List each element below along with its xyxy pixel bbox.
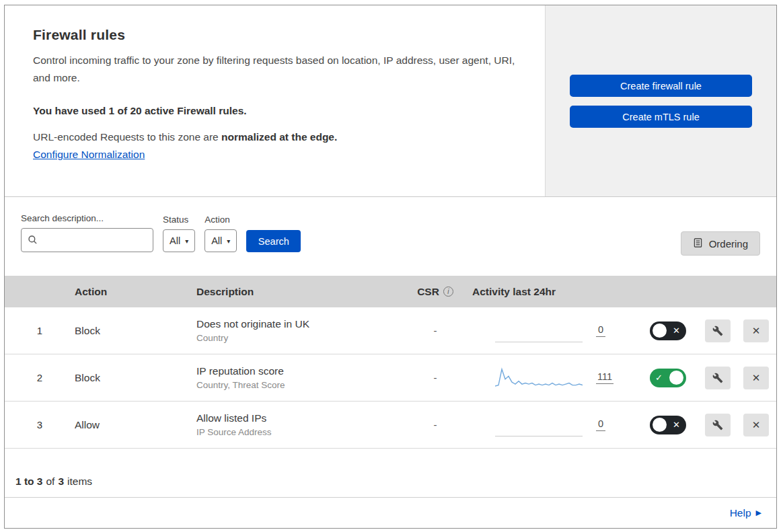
- rule-toggle-cell: ✓: [636, 369, 700, 387]
- column-header-csr: CSRi: [398, 286, 472, 298]
- normalization-text: URL-encoded Requests to this zone are no…: [33, 131, 517, 143]
- firewall-rules-panel: Firewall rules Control incoming traffic …: [4, 5, 777, 529]
- rule-csr-value: -: [398, 372, 472, 383]
- toggle-knob: [653, 324, 667, 338]
- help-bar: Help ▶: [5, 497, 776, 528]
- rule-activity-cell: 0: [472, 319, 636, 342]
- x-icon: ✕: [752, 325, 761, 337]
- toggle-knob: [653, 418, 667, 432]
- column-header-action: Action: [75, 286, 192, 298]
- table-header: Action Description CSRi Activity last 24…: [5, 276, 776, 307]
- x-icon: ✕: [752, 419, 761, 431]
- wrench-icon: [712, 420, 723, 430]
- normalization-prefix: URL-encoded Requests to this zone are: [33, 131, 221, 143]
- wrench-icon: [712, 326, 723, 336]
- rule-toggle-cell: ✕: [636, 321, 700, 340]
- edit-rule-button[interactable]: [705, 319, 731, 342]
- activity-sparkline: [495, 367, 583, 389]
- table-row: 2BlockIP reputation scoreCountry, Threat…: [5, 354, 776, 402]
- rule-action: Block: [75, 325, 192, 337]
- edit-rule-button[interactable]: [705, 414, 731, 436]
- x-icon: ✕: [670, 420, 683, 429]
- rule-priority: 3: [5, 419, 75, 430]
- sparkline-chart: [495, 367, 583, 389]
- search-label: Search description...: [21, 213, 153, 223]
- activity-sparkline: [495, 319, 583, 342]
- normalization-bold: normalized at the edge.: [221, 131, 337, 143]
- delete-rule-button[interactable]: ✕: [743, 414, 769, 436]
- rule-enabled-toggle[interactable]: ✓: [650, 369, 686, 387]
- filter-controls: Search description... Status All ▾ Actio…: [21, 213, 301, 252]
- rule-description: Allow listed IPs: [196, 412, 398, 424]
- page-title: Firewall rules: [33, 27, 517, 43]
- wrench-icon: [712, 373, 723, 383]
- filter-bar: Search description... Status All ▾ Actio…: [5, 197, 776, 276]
- rule-description-cell: Does not originate in UKCountry: [192, 318, 398, 343]
- rule-criteria: IP Source Address: [196, 427, 398, 437]
- delete-rule-button[interactable]: ✕: [743, 319, 769, 342]
- activity-count-link[interactable]: 111: [596, 371, 613, 384]
- rule-description-cell: Allow listed IPsIP Source Address: [192, 412, 398, 437]
- rule-description: IP reputation score: [196, 365, 398, 377]
- rules-table-body: 1BlockDoes not originate in UKCountry-0✕…: [5, 307, 776, 449]
- help-label: Help: [730, 507, 751, 519]
- create-mtls-rule-button[interactable]: Create mTLS rule: [570, 106, 752, 128]
- action-filter-group: Action All ▾: [204, 215, 237, 252]
- rule-edit-cell: [700, 319, 736, 342]
- rule-criteria: Country: [196, 333, 398, 343]
- rule-action: Block: [75, 372, 192, 384]
- pagination-summary: 1 to 3 of 3 items: [5, 449, 776, 497]
- ordering-button[interactable]: Ordering: [681, 231, 760, 256]
- rule-activity-cell: 111: [472, 367, 636, 389]
- column-header-description: Description: [192, 286, 398, 298]
- rule-criteria: Country, Threat Score: [196, 380, 398, 390]
- rule-enabled-toggle[interactable]: ✕: [650, 321, 686, 340]
- action-filter-label: Action: [204, 215, 237, 225]
- activity-sparkline: [495, 414, 583, 436]
- rule-enabled-toggle[interactable]: ✕: [650, 416, 686, 434]
- of-text: of: [46, 476, 54, 488]
- status-filter-dropdown[interactable]: All ▾: [163, 229, 195, 252]
- search-input[interactable]: [21, 228, 153, 252]
- delete-rule-button[interactable]: ✕: [743, 367, 769, 389]
- table-row: 3AllowAllow listed IPsIP Source Address-…: [5, 402, 776, 449]
- status-filter-value: All: [170, 235, 180, 246]
- activity-count-link[interactable]: 0: [596, 418, 605, 431]
- rule-action: Allow: [75, 419, 192, 431]
- status-filter-label: Status: [163, 215, 195, 225]
- activity-count-link[interactable]: 0: [596, 324, 605, 337]
- actions-panel: Create firewall rule Create mTLS rule: [545, 5, 776, 196]
- x-icon: ✕: [670, 326, 683, 335]
- info-icon[interactable]: i: [443, 287, 453, 297]
- rule-priority: 1: [5, 325, 75, 336]
- search-group: Search description...: [21, 213, 153, 252]
- rule-toggle-cell: ✕: [636, 416, 700, 434]
- x-icon: ✕: [752, 372, 761, 384]
- header-text-block: Firewall rules Control incoming traffic …: [5, 5, 545, 196]
- header-section: Firewall rules Control incoming traffic …: [5, 5, 776, 197]
- rule-activity-cell: 0: [472, 414, 636, 436]
- table-row: 1BlockDoes not originate in UKCountry-0✕…: [5, 307, 776, 354]
- total-count: 3: [58, 476, 64, 488]
- help-link[interactable]: Help ▶: [730, 507, 761, 519]
- chevron-down-icon: ▾: [227, 237, 230, 245]
- rule-description-cell: IP reputation scoreCountry, Threat Score: [192, 365, 398, 390]
- status-filter-group: Status All ▾: [163, 215, 195, 252]
- check-icon: ✓: [653, 373, 666, 382]
- chevron-down-icon: ▾: [185, 237, 188, 245]
- ordering-icon: [693, 237, 703, 250]
- configure-normalization-link[interactable]: Configure Normalization: [33, 149, 145, 161]
- rules-table: Action Description CSRi Activity last 24…: [5, 276, 776, 449]
- chevron-right-icon: ▶: [756, 508, 761, 517]
- action-filter-dropdown[interactable]: All ▾: [204, 229, 237, 252]
- rule-edit-cell: [700, 367, 736, 389]
- search-button[interactable]: Search: [246, 230, 301, 252]
- column-header-activity: Activity last 24hr: [472, 286, 636, 298]
- edit-rule-button[interactable]: [705, 367, 731, 389]
- create-firewall-rule-button[interactable]: Create firewall rule: [570, 75, 752, 97]
- toggle-knob: [669, 371, 683, 385]
- page-description: Control incoming traffic to your zone by…: [33, 52, 517, 87]
- items-text: items: [67, 476, 92, 488]
- rule-delete-cell: ✕: [736, 367, 776, 389]
- rule-delete-cell: ✕: [736, 319, 776, 342]
